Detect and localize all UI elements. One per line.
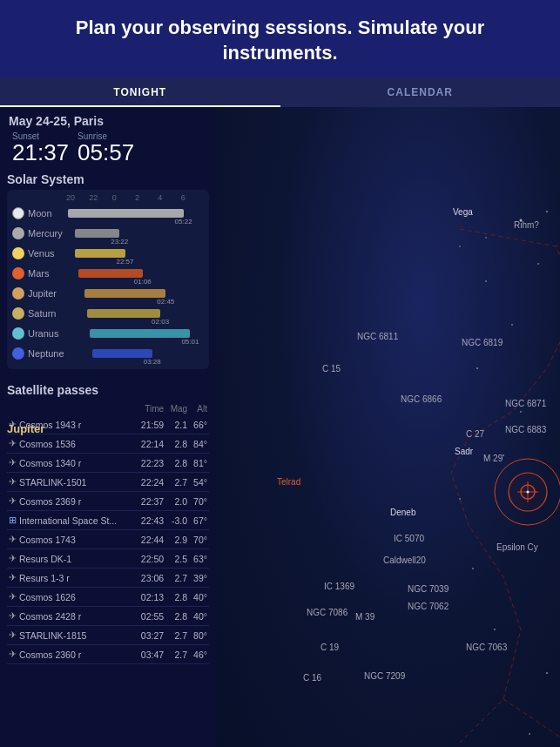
sat-name-cell: ✈ Cosmos 1340 r	[7, 454, 135, 472]
sat-name: STARLINK-1815	[19, 630, 86, 641]
sat-alt: 54°	[189, 473, 209, 492]
planet-timeline: 02:45	[68, 286, 204, 301]
sat-icon: ✈	[9, 438, 17, 449]
sat-alt: 70°	[189, 530, 209, 549]
table-row[interactable]: ✈ Cosmos 1943 r 21:59 2.1 66°	[7, 415, 209, 434]
sat-time: 23:06	[135, 569, 165, 588]
sat-icon: ✈	[9, 419, 17, 430]
sat-icon: ✈	[9, 534, 17, 545]
app-tagline: Plan your observing sessions. Simulate y…	[17, 16, 543, 65]
table-row[interactable]: ✈ Cosmos 1626 02:13 2.8 40°	[7, 588, 209, 607]
table-row[interactable]: ⊞ International Space St... 22:43 -3.0 6…	[7, 511, 209, 530]
sat-mag: 2.0	[165, 492, 189, 511]
sunrise-time: 05:57	[78, 141, 134, 164]
sat-mag: 2.1	[165, 415, 189, 434]
left-panel: May 24-25, Paris Sunset 21:37 Sunrise 05…	[0, 107, 216, 747]
table-row[interactable]: ✈ STARLINK-1815 03:27 2.7 80°	[7, 626, 209, 645]
sat-time: 22:44	[135, 530, 165, 549]
star	[537, 263, 539, 265]
planet-row: Moon 05:22	[12, 204, 204, 223]
sat-name-cell: ⊞ International Space St...	[7, 511, 135, 529]
star	[476, 367, 478, 369]
sat-time: 03:27	[135, 626, 165, 645]
solar-system-section: Solar System 20220246 Moon 05:22 Mercury…	[0, 169, 216, 380]
table-row[interactable]: ✈ Cosmos 1743 22:44 2.9 70°	[7, 530, 209, 549]
table-row[interactable]: ✈ Cosmos 2360 r 03:47 2.7 46°	[7, 645, 209, 664]
main-content: May 24-25, Paris Sunset 21:37 Sunrise 05…	[0, 107, 560, 747]
sat-alt: 63°	[189, 549, 209, 569]
planet-bar	[75, 249, 125, 258]
sat-icon: ✈	[9, 610, 17, 622]
sat-name-cell: ✈ STARLINK-1815	[7, 626, 135, 644]
sat-alt: 70°	[189, 492, 209, 511]
satellites-table: Time Mag Alt ✈ Cosmos 1943 r 21:59 2.1 6…	[7, 402, 209, 664]
planet-time-label: 01:06	[134, 278, 152, 286]
sat-name: Cosmos 2428 r	[19, 611, 81, 622]
star	[511, 324, 513, 326]
planet-timeline: 05:22	[68, 205, 204, 221]
star	[529, 733, 530, 735]
sat-time: 03:47	[135, 645, 165, 664]
sat-mag: 2.8	[165, 434, 189, 454]
date-section: May 24-25, Paris Sunset 21:37 Sunrise 05…	[0, 107, 216, 169]
planet-name: Moon	[28, 208, 68, 219]
planet-bar	[92, 349, 152, 358]
sat-alt: 39°	[189, 569, 209, 588]
planet-name: Saturn	[28, 308, 68, 319]
star	[472, 568, 474, 569]
star	[485, 280, 487, 282]
col-time: Time	[135, 402, 165, 415]
hour-label: 4	[158, 193, 180, 202]
table-row[interactable]: ✈ Cosmos 1536 22:14 2.8 84°	[7, 434, 209, 454]
header-banner: Plan your observing sessions. Simulate y…	[0, 0, 560, 77]
sat-name-cell: ✈ Cosmos 2369 r	[7, 492, 135, 510]
planet-rows: Moon 05:22 Mercury 23:22 Venus 22:57 Mar…	[12, 204, 204, 363]
planet-name: Mars	[28, 268, 68, 279]
sat-alt: 67°	[189, 511, 209, 530]
sat-time: 22:43	[135, 511, 165, 530]
sat-time: 22:14	[135, 434, 165, 454]
planet-icon	[12, 327, 24, 340]
tab-tonight[interactable]: TONIGHT	[0, 77, 280, 107]
satellite-rows: ✈ Cosmos 1943 r 21:59 2.1 66° ✈ Cosmos 1…	[7, 415, 209, 664]
table-row[interactable]: ✈ STARLINK-1501 22:24 2.7 54°	[7, 473, 209, 492]
sat-time: 22:23	[135, 454, 165, 473]
hour-label: 2	[135, 193, 158, 202]
planet-timeline: 03:28	[68, 346, 204, 361]
sat-name: Resurs 1-3 r	[19, 573, 70, 583]
sat-alt: 46°	[189, 645, 209, 664]
star-map[interactable]: VegaRihm?NGC 6811NGC 6819C 15NGC 6866NGC…	[216, 107, 560, 747]
sat-name-cell: ✈ Cosmos 2428 r	[7, 607, 135, 625]
star	[520, 411, 522, 413]
sat-name: Cosmos 1743	[19, 535, 76, 545]
table-row[interactable]: ✈ Resurs 1-3 r 23:06 2.7 39°	[7, 569, 209, 588]
sat-icon: ✈	[9, 553, 17, 564]
sat-mag: 2.8	[165, 454, 189, 473]
sunset-block: Sunset 21:37	[12, 131, 69, 164]
planet-row: Neptune 03:28	[12, 344, 204, 363]
planet-icon	[12, 307, 24, 320]
sat-name: Cosmos 1340 r	[19, 458, 81, 468]
sat-icon: ✈	[9, 649, 17, 660]
sat-name-cell: ✈ Cosmos 1743	[7, 530, 135, 548]
planet-icon	[12, 287, 24, 299]
sunset-time: 21:37	[12, 141, 69, 164]
planet-bar	[84, 289, 166, 298]
planet-bar	[75, 229, 119, 238]
tab-calendar[interactable]: CALENDAR	[280, 77, 561, 107]
table-row[interactable]: ✈ Cosmos 2369 r 22:37 2.0 70°	[7, 492, 209, 511]
hour-label: 6	[181, 193, 204, 202]
star	[494, 629, 496, 630]
sat-name-cell: ✈ Cosmos 2360 r	[7, 645, 135, 663]
sat-icon: ✈	[9, 572, 17, 583]
sat-icon: ⊞	[9, 515, 17, 526]
sat-name-cell: ✈ Cosmos 1943 r	[7, 415, 135, 434]
table-row[interactable]: ✈ Cosmos 2428 r 02:55 2.8 40°	[7, 607, 209, 626]
star	[546, 211, 548, 212]
planet-row: Uranus 05:01	[12, 324, 204, 343]
sat-name: Cosmos 1626	[19, 592, 76, 602]
sat-mag: 2.7	[165, 473, 189, 492]
sat-mag: 2.8	[165, 588, 189, 607]
table-row[interactable]: ✈ Cosmos 1340 r 22:23 2.8 81°	[7, 454, 209, 473]
table-row[interactable]: ✈ Resurs DK-1 22:50 2.5 63°	[7, 549, 209, 569]
